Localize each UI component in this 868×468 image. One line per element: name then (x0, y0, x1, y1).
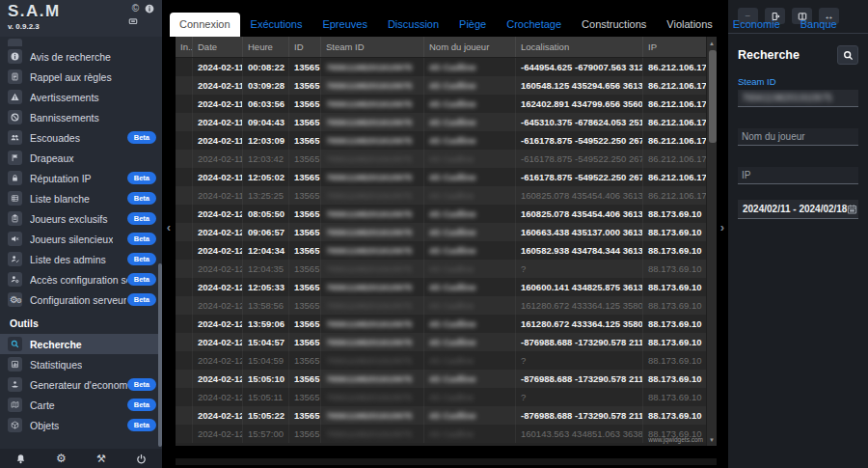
column-header-steam-id[interactable]: Steam ID (321, 37, 424, 57)
sidebar-item-reputation-ip[interactable]: Réputation IPBeta (0, 168, 162, 188)
column-header-heure[interactable]: Heure (243, 37, 289, 57)
table-row[interactable]: 2024-02-1213:59:061356576561198201910975… (176, 315, 717, 333)
cell-heure: 06:03:56 (243, 95, 289, 113)
table-row[interactable]: 2024-02-1208:05:501356576561198201910975… (176, 205, 717, 223)
table-row[interactable]: 2024-02-1103:09:281356576561198201910975… (176, 76, 717, 95)
sidebar-item-bannissements[interactable]: Bannissements (0, 107, 162, 127)
cell-date: 2024-02-12 (193, 241, 243, 260)
sidebar-item-label: Avis de recherche (30, 51, 111, 63)
scroll-up-icon[interactable]: ▲ (707, 37, 717, 49)
info-icon[interactable] (145, 4, 154, 14)
column-header-id[interactable]: ID (289, 37, 321, 57)
table-row[interactable]: 2024-02-1215:05:221356576561198201910975… (176, 406, 717, 425)
table-row[interactable]: 2024-02-1112:03:421356576561198201910975… (176, 150, 717, 168)
cell-heure: 00:08:22 (243, 58, 289, 76)
cell-date: 2024-02-12 (193, 296, 243, 315)
sidebar-item-recherche[interactable]: Recherche (0, 334, 162, 354)
scroll-down-icon[interactable]: ▼ (707, 433, 717, 446)
scrollbar-thumb[interactable] (709, 50, 717, 143)
sidebar-item-joueurs-silencieux[interactable]: Joueurs silencieuxBeta (0, 229, 162, 249)
sidebar-item-avertissements[interactable]: Avertissements (0, 87, 162, 107)
tab-crochetage[interactable]: Crochetage (497, 13, 571, 37)
tab-violations[interactable]: Violations (657, 13, 722, 37)
column-header-nom-du-joueur[interactable]: Nom du joueur (424, 37, 516, 57)
cell-id: 13565 (289, 260, 321, 278)
sidebar-item-partial[interactable] (0, 39, 162, 46)
table-scrollbar[interactable]: ▲ ▼ (706, 37, 717, 446)
date-range-field[interactable]: 2024/02/11 - 2024/02/18 (738, 200, 858, 219)
sidebar-item-liste-blanche[interactable]: Liste blancheBeta (0, 188, 162, 208)
sidebar-item-configuration-serveur[interactable]: ⚙⚙Configuration serveurBeta (0, 289, 162, 310)
table-row[interactable]: 2024-02-1112:03:091356576561198201910975… (176, 131, 717, 150)
cell-nom-joueur: 4S Cadline (424, 205, 516, 223)
table-row[interactable]: 2024-02-1112:05:021356576561198201910975… (176, 168, 717, 186)
beta-badge: Beta (127, 293, 156, 306)
cell-steam-id: 76561198201910975 (321, 58, 424, 76)
table-row[interactable]: 2024-02-1106:03:561356576561198201910975… (176, 95, 717, 113)
table-row[interactable]: 2024-02-1213:58:561356576561198201910975… (176, 296, 717, 315)
table-row[interactable]: 2024-02-1215:05:111356576561198201910975… (176, 388, 717, 406)
table-row[interactable]: 2024-02-1215:04:571356576561198201910975… (176, 333, 717, 351)
sidebar-item-escouades[interactable]: EscouadesBeta (0, 127, 162, 148)
expand-right-icon[interactable]: › (717, 220, 728, 234)
cell-info (176, 370, 193, 388)
collapse-left-icon[interactable]: ‹ (163, 220, 175, 234)
sidebar-item-rappel-aux-regles[interactable]: Rappel aux règles (0, 67, 162, 87)
tab-economie[interactable]: Economie (723, 13, 790, 37)
table-row[interactable]: 2024-02-1215:04:591356576561198201910975… (176, 351, 717, 370)
sidebar-item-carte[interactable]: CarteBeta (0, 395, 162, 415)
ip-field[interactable]: IP (738, 167, 858, 184)
sidebar-item-acces-configuration-serveur[interactable]: Accès configuration serveurBeta (0, 269, 162, 289)
table-row[interactable]: 2024-02-1209:06:571356576561198201910975… (176, 223, 717, 241)
sidebar-item-generateur-d-economie[interactable]: Generateur d'economieBeta (0, 374, 162, 395)
sidebar-header: S.A.M v. 0.9.2.3 © (0, 0, 162, 37)
sidebar-item-avis-de-recherche[interactable]: Avis de recherche (0, 46, 162, 67)
copyright-icon[interactable]: © (132, 3, 139, 14)
cell-heure: 12:05:02 (243, 168, 289, 186)
table-row[interactable]: 2024-02-1113:25:251356576561198201910975… (176, 186, 717, 205)
table-row[interactable]: 2024-02-1212:04:351356576561198201910975… (176, 260, 717, 278)
sidebar-item-objets[interactable]: ObjetsBeta (0, 415, 162, 435)
bell-icon[interactable] (15, 454, 26, 464)
tab-banque[interactable]: Banque (791, 13, 847, 37)
tab-executions[interactable]: Exécutions (241, 13, 312, 37)
card-icon[interactable] (128, 16, 138, 26)
tab-epreuves[interactable]: Epreuves (312, 13, 376, 37)
sidebar-item-statistiques[interactable]: Statistiques (0, 354, 162, 374)
table-row[interactable]: 2024-02-1212:05:331356576561198201910975… (176, 278, 717, 296)
steam-id-field[interactable]: 76561198201910975 (738, 90, 858, 107)
table-row[interactable]: 2024-02-1100:08:221356576561198201910975… (176, 58, 717, 76)
cell-nom-joueur: 4S Cadline (424, 223, 516, 241)
column-header-in[interactable]: In... (176, 37, 193, 57)
cell-info (176, 205, 193, 223)
tab-piege[interactable]: Piège (449, 13, 496, 37)
connexion-table: In...DateHeureIDSteam IDNom du joueurLoc… (176, 37, 717, 446)
sidebar-item-liste-des-admins[interactable]: Liste des adminsBeta (0, 249, 162, 269)
search-submit-button[interactable] (837, 45, 858, 65)
cell-info (176, 95, 193, 113)
table-row[interactable]: 2024-02-1109:04:431356576561198201910975… (176, 113, 717, 131)
cell-steam-id: 76561198201910975 (321, 333, 424, 351)
table-row[interactable]: 2024-02-1215:57:001356576561198201910975… (176, 425, 717, 443)
player-name-field[interactable]: Nom du joueur (738, 128, 858, 146)
gear-icon[interactable]: ⚙ (56, 453, 67, 464)
column-header-localisation[interactable]: Localisation (516, 37, 643, 57)
tab-discussion[interactable]: Discussion (378, 13, 448, 37)
table-row[interactable]: 2024-02-1212:04:341356576561198201910975… (176, 241, 717, 260)
sidebar-item-label: Configuration serveur (30, 294, 126, 306)
tab-connexion[interactable]: Connexion (170, 13, 240, 37)
mute-icon (8, 232, 22, 246)
tools-icon[interactable]: ⚒ (96, 454, 106, 464)
sidebar-item-label: Bannissements (30, 112, 99, 124)
cell-date: 2024-02-12 (193, 260, 243, 278)
sidebar-item-drapeaux[interactable]: Drapeaux (0, 148, 162, 168)
cell-localisation: ? (516, 388, 643, 406)
cell-heure: 15:04:59 (243, 351, 289, 370)
column-header-date[interactable]: Date (193, 37, 243, 57)
cell-steam-id: 76561198201910975 (321, 113, 424, 131)
table-row[interactable]: 2024-02-1215:05:101356576561198201910975… (176, 370, 717, 388)
cell-localisation: -616178.875 -549522.250 2677.820 (516, 131, 643, 150)
power-icon[interactable] (136, 454, 147, 464)
sidebar-item-joueurs-exclusifs[interactable]: Joueurs exclusifsBeta (0, 208, 162, 229)
tab-constructions[interactable]: Constructions (572, 13, 656, 37)
